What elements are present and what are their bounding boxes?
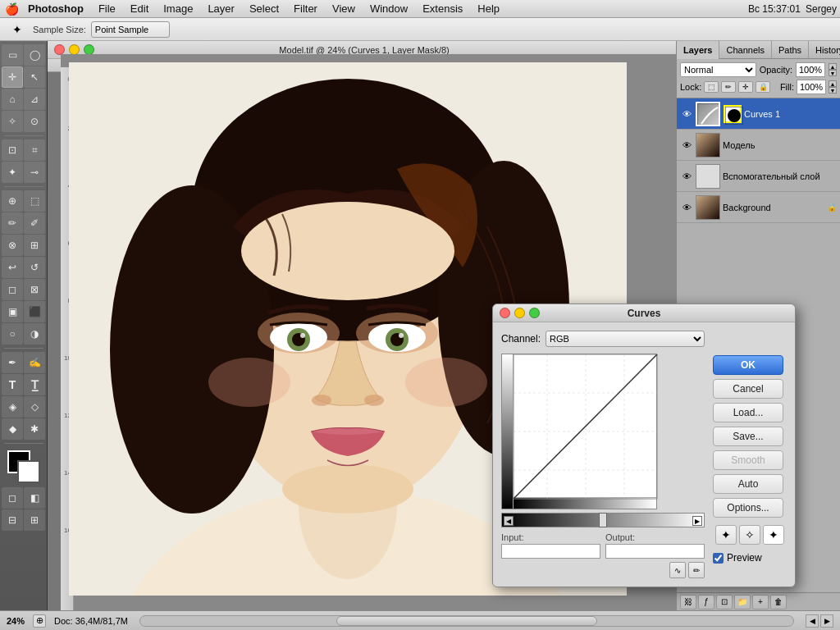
tool-measure[interactable]: ⊸ [24, 162, 45, 183]
tool-screen-mode2[interactable]: ⊞ [24, 509, 45, 531]
tool-poly-lasso[interactable]: ⊿ [24, 89, 45, 110]
tool-history-brush[interactable]: ↩ [2, 257, 23, 278]
menu-photoshop[interactable]: Photoshop [21, 0, 90, 18]
opacity-up-btn[interactable]: ▲ [829, 63, 837, 70]
curves-close-btn[interactable] [500, 308, 510, 318]
add-mask-btn[interactable]: ⊡ [716, 595, 733, 609]
tool-dodge[interactable]: ◑ [24, 323, 45, 345]
delete-layer-btn[interactable]: 🗑 [770, 595, 787, 609]
layer-item-model[interactable]: 👁 Модель [677, 130, 840, 161]
auto-button[interactable]: Auto [713, 474, 783, 494]
tool-pattern-stamp[interactable]: ⊞ [24, 235, 45, 256]
pencil-tool-btn[interactable]: ✏ [688, 562, 705, 578]
tool-brush[interactable]: ✏ [2, 212, 23, 234]
tool-quick-sel[interactable]: ⊙ [24, 111, 45, 132]
tool-screen-mode[interactable]: ⊟ [2, 509, 23, 531]
output-value[interactable] [605, 544, 705, 559]
layer-visibility-model[interactable]: 👁 [680, 139, 693, 152]
layer-visibility-aux[interactable]: 👁 [680, 170, 693, 183]
apple-logo-icon[interactable]: 🍎 [3, 0, 20, 18]
load-button[interactable]: Load... [713, 403, 783, 422]
background-color[interactable] [17, 460, 40, 483]
layer-visibility-bg[interactable]: 👁 [680, 201, 693, 214]
lock-image-btn[interactable]: ✏ [721, 81, 736, 93]
options-button[interactable]: Options... [713, 498, 783, 518]
curve-tool-btn[interactable]: ∿ [669, 562, 686, 578]
menu-edit[interactable]: Edit [124, 0, 155, 18]
tool-magic-wand[interactable]: ✧ [2, 111, 23, 132]
lock-position-btn[interactable]: ✛ [738, 81, 753, 93]
save-button[interactable]: Save... [713, 427, 783, 446]
tool-heal[interactable]: ⊕ [2, 190, 23, 212]
tool-custom-shape[interactable]: ✱ [24, 418, 45, 440]
curves-slider-handle[interactable] [599, 513, 607, 527]
menu-window[interactable]: Window [363, 0, 414, 18]
new-layer-btn[interactable]: + [752, 595, 769, 609]
tool-move[interactable]: ✛ [2, 66, 23, 88]
slider-right-handle[interactable]: ▶ [692, 516, 702, 526]
tool-crop[interactable]: ⊡ [2, 139, 23, 161]
tool-slice[interactable]: ⌗ [24, 139, 45, 161]
menu-select[interactable]: Select [243, 0, 285, 18]
zoom-indicator[interactable]: ⊕ [33, 614, 46, 628]
tab-history[interactable]: History [809, 41, 840, 59]
menu-extensis[interactable]: Extensis [416, 0, 469, 18]
tool-shape[interactable]: ◆ [2, 418, 23, 440]
tab-channels[interactable]: Channels [719, 41, 771, 59]
tool-freeform-pen[interactable]: ✍ [24, 352, 45, 373]
fill-input[interactable] [797, 80, 826, 94]
link-layers-btn[interactable]: ⛓ [680, 595, 696, 609]
tool-standard-mode[interactable]: ◻ [2, 487, 23, 509]
tool-patch[interactable]: ⬚ [24, 190, 45, 212]
menu-file[interactable]: File [92, 0, 122, 18]
ok-button[interactable]: OK [713, 355, 783, 375]
curves-max-btn[interactable] [529, 308, 540, 318]
tool-eraser[interactable]: ◻ [2, 279, 23, 300]
lock-all-btn[interactable]: 🔒 [756, 81, 770, 93]
tool-eyedropper[interactable]: ✦ [2, 162, 23, 183]
channel-select[interactable]: RGB Red Green Blue [546, 331, 705, 347]
opacity-down-btn[interactable]: ▼ [829, 70, 837, 76]
tool-quickmask-mode[interactable]: ◧ [24, 487, 45, 509]
gray-point-eyedropper[interactable]: ✧ [739, 525, 760, 545]
cancel-button[interactable]: Cancel [713, 379, 783, 399]
tool-direct-select[interactable]: ◇ [24, 396, 45, 418]
curves-min-btn[interactable] [514, 308, 525, 318]
tab-paths[interactable]: Paths [772, 41, 809, 59]
fill-down-btn[interactable]: ▼ [829, 87, 837, 94]
layer-visibility-curves1[interactable]: 👁 [680, 107, 693, 121]
layer-item-background[interactable]: 👁 Background 🔒 [677, 192, 840, 223]
tool-paint-bucket[interactable]: ⬛ [24, 301, 45, 322]
tool-marquee-rect[interactable]: ▭ [2, 44, 23, 66]
tool-path-select[interactable]: ◈ [2, 396, 23, 418]
add-style-btn[interactable]: ƒ [698, 595, 714, 609]
input-value[interactable] [501, 544, 600, 559]
preview-checkbox[interactable] [713, 553, 724, 564]
tool-type-vert[interactable]: T̲ [24, 374, 45, 395]
scroll-right-btn[interactable]: ▶ [820, 614, 833, 628]
fill-up-btn[interactable]: ▲ [829, 80, 837, 87]
tool-art-history[interactable]: ↺ [24, 257, 45, 278]
scroll-left-btn[interactable]: ◀ [806, 614, 819, 628]
menu-layer[interactable]: Layer [201, 0, 241, 18]
menu-image[interactable]: Image [157, 0, 199, 18]
curves-input-slider[interactable]: ◀ ▶ [501, 513, 705, 527]
smooth-button[interactable]: Smooth [713, 450, 783, 470]
new-group-btn[interactable]: 📁 [734, 595, 751, 609]
opacity-input[interactable] [796, 62, 825, 77]
tab-layers[interactable]: Layers [677, 41, 719, 59]
tool-pencil[interactable]: ✐ [24, 212, 45, 234]
lock-transparent-btn[interactable]: ⬚ [704, 81, 719, 93]
tool-bg-eraser[interactable]: ⊠ [24, 279, 45, 300]
tool-lasso[interactable]: ⌂ [2, 89, 23, 110]
tool-gradient[interactable]: ▣ [2, 301, 23, 322]
curves-graph-svg[interactable] [502, 354, 658, 510]
tool-select[interactable]: ↖ [24, 66, 45, 88]
tool-clone[interactable]: ⊗ [2, 235, 23, 256]
layer-item-curves1[interactable]: 👁 Curves 1 [677, 98, 840, 130]
blend-mode-select[interactable]: Normal Multiply Screen [680, 62, 756, 77]
horizontal-scrollbar[interactable] [139, 615, 794, 627]
tool-type[interactable]: T [2, 374, 23, 395]
layer-item-aux[interactable]: 👁 Вспомогательный слой [677, 161, 840, 192]
menu-view[interactable]: View [326, 0, 362, 18]
